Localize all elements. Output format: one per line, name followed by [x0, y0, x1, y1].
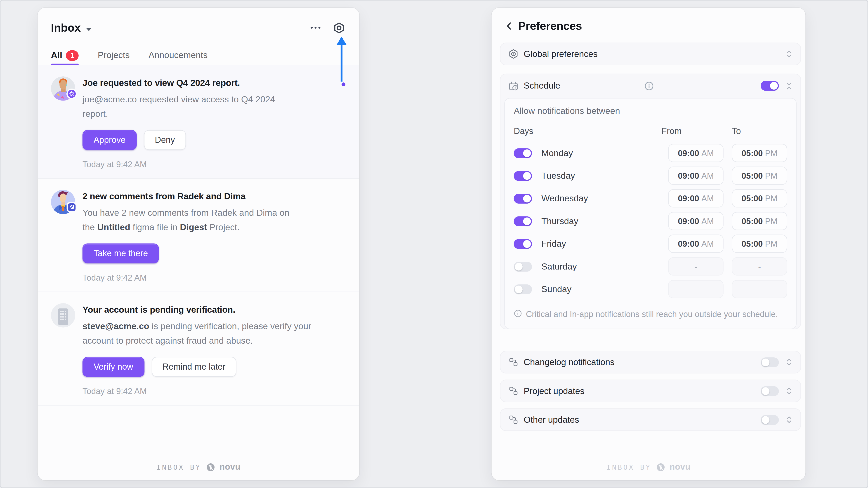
saturday-to-field: - [732, 257, 787, 275]
preferences-panel: Preferences Global preferences [492, 8, 806, 480]
schedule-row-wednesday: Wednesday 09:00AM 05:00PM [514, 187, 787, 210]
workflow-icon [508, 386, 519, 396]
project-updates-row[interactable]: Project updates [500, 380, 801, 402]
schedule-note-text: Critical and In-app notifications still … [526, 308, 778, 320]
take-me-there-button[interactable]: Take me there [83, 243, 159, 263]
global-preferences-row[interactable]: Global preferences [500, 43, 801, 65]
friday-to-field[interactable]: 05:00PM [732, 234, 787, 253]
tuesday-to-field[interactable]: 05:00PM [732, 166, 787, 185]
workflow-icon [508, 415, 519, 424]
notification-body: steve@acme.co is pending verification, p… [83, 319, 322, 348]
tab-projects-label: Projects [98, 51, 130, 60]
saturday-toggle[interactable] [514, 261, 532, 271]
schedule-toggle[interactable] [761, 81, 779, 91]
day-label: Thursday [541, 216, 668, 226]
tab-all[interactable]: All 1 [51, 50, 79, 61]
schedule-header-row[interactable]: Schedule [500, 74, 801, 98]
unread-count-badge: 1 [66, 50, 79, 61]
avatar-joe-app-badge [66, 89, 77, 101]
sunday-toggle[interactable] [514, 284, 532, 294]
settings-gear-icon[interactable] [331, 20, 347, 36]
schedule-body: Allow notifications between Days From To… [504, 98, 797, 329]
tab-all-label: All [51, 51, 62, 60]
deny-button[interactable]: Deny [144, 130, 186, 150]
expand-chevrons-icon[interactable] [785, 387, 794, 395]
avatar-commenter [51, 190, 75, 214]
unread-dot [342, 83, 345, 86]
saturday-from-field: - [668, 257, 723, 275]
sunday-to-field: - [732, 280, 787, 298]
novu-brand-label: novu [670, 462, 690, 472]
thursday-to-field[interactable]: 05:00PM [732, 212, 787, 230]
schedule-column-headers: Days From To [514, 126, 787, 136]
info-icon [514, 309, 522, 318]
expand-chevrons-icon[interactable] [785, 358, 794, 366]
notification-actions: Verify now Remind me later [83, 357, 346, 377]
preferences-title: Preferences [518, 20, 582, 33]
notification-title: 2 new comments from Radek and Dima [83, 190, 346, 203]
powered-by-label: INBOX BY [156, 463, 201, 471]
project-updates-label: Project updates [524, 386, 761, 396]
other-updates-card: Other updates [500, 408, 801, 431]
avatar-organization [51, 303, 75, 328]
monday-to-field[interactable]: 05:00PM [732, 144, 787, 162]
schedule-row-sunday: Sunday - - [514, 278, 787, 300]
schedule-row-monday: Monday 09:00AM 05:00PM [514, 142, 787, 164]
powered-by-label: INBOX BY [607, 463, 651, 471]
schedule-row-saturday: Saturday - - [514, 255, 787, 278]
sunday-from-field: - [668, 280, 723, 298]
project-updates-toggle[interactable] [761, 386, 779, 396]
notification-comments[interactable]: 2 new comments from Radek and Dima You h… [38, 179, 360, 292]
building-icon [51, 303, 75, 328]
tab-projects[interactable]: Projects [98, 51, 130, 60]
day-label: Saturday [541, 261, 668, 271]
expand-chevrons-icon[interactable] [785, 50, 794, 58]
other-updates-row[interactable]: Other updates [500, 408, 801, 431]
approve-button[interactable]: Approve [83, 130, 136, 150]
tuesday-toggle[interactable] [514, 171, 532, 181]
notification-timestamp: Today at 9:42 AM [83, 386, 346, 396]
chevron-down-icon[interactable] [86, 24, 92, 33]
notification-actions: Approve Deny [83, 130, 346, 150]
remind-me-later-button[interactable]: Remind me later [151, 357, 237, 377]
day-label: Wednesday [541, 193, 668, 203]
wednesday-toggle[interactable] [514, 193, 532, 203]
schedule-row-thursday: Thursday 09:00AM 05:00PM [514, 210, 787, 232]
friday-from-field[interactable]: 09:00AM [668, 234, 723, 253]
collapse-chevrons-icon[interactable] [785, 82, 794, 90]
thursday-toggle[interactable] [514, 216, 532, 226]
active-tab-underline [51, 64, 79, 65]
notification-access-request[interactable]: Joe requested to view Q4 2024 report. jo… [38, 65, 360, 179]
expand-chevrons-icon[interactable] [785, 416, 794, 424]
friday-toggle[interactable] [514, 239, 532, 249]
other-updates-toggle[interactable] [761, 415, 779, 425]
tab-announcements[interactable]: Annoucements [149, 51, 208, 60]
monday-toggle[interactable] [514, 148, 532, 158]
calendar-clock-icon [508, 80, 519, 91]
days-column-label: Days [514, 126, 655, 136]
allow-notifications-label: Allow notifications between [514, 106, 787, 116]
back-chevron-icon[interactable] [503, 20, 516, 33]
changelog-notifications-label: Changelog notifications [524, 357, 761, 367]
preferences-footer: INBOX BY novu [492, 462, 806, 472]
notification-title: Joe requested to view Q4 2024 report. [83, 76, 346, 90]
changelog-notifications-row[interactable]: Changelog notifications [500, 351, 801, 373]
novu-brand-label: novu [219, 462, 241, 472]
verify-now-button[interactable]: Verify now [83, 357, 144, 377]
inbox-footer: INBOX BY novu [38, 462, 360, 472]
notification-timestamp: Today at 9:42 AM [83, 273, 346, 282]
preferences-header: Preferences [492, 8, 806, 40]
notification-verification[interactable]: Your account is pending verification. st… [38, 292, 360, 405]
monday-from-field[interactable]: 09:00AM [668, 144, 723, 162]
more-options-icon[interactable] [307, 20, 324, 36]
thursday-from-field[interactable]: 09:00AM [668, 212, 723, 230]
info-icon [645, 81, 761, 91]
changelog-toggle[interactable] [761, 357, 779, 367]
avatar-commenter-app-badge [66, 202, 77, 215]
global-preferences-label: Global preferences [524, 49, 785, 59]
wednesday-from-field[interactable]: 09:00AM [668, 189, 723, 207]
day-label: Monday [541, 148, 668, 158]
wednesday-to-field[interactable]: 05:00PM [732, 189, 787, 207]
novu-logo-icon [206, 462, 215, 472]
tuesday-from-field[interactable]: 09:00AM [668, 166, 723, 185]
